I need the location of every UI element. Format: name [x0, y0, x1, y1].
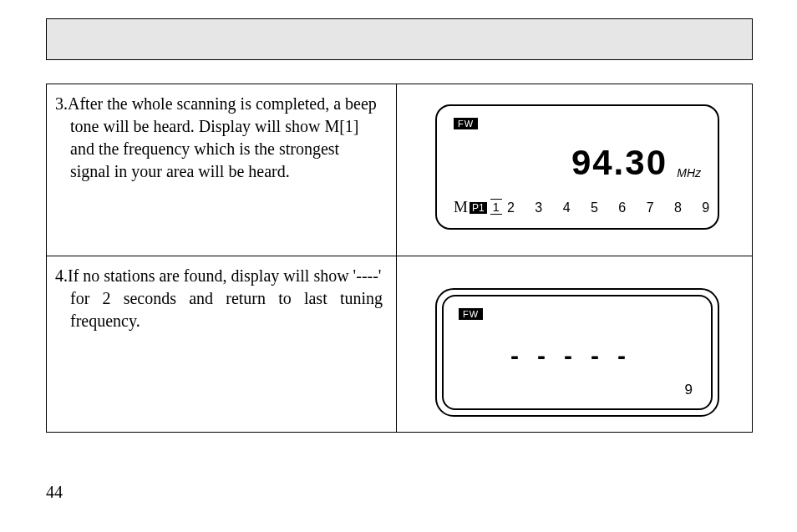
step-body: for 2 seconds and return to last tuning …: [55, 287, 383, 332]
lcd-display-1: FW 94.30 MHz MP112 3 4 5 6 7 8 9: [435, 104, 719, 230]
p1-badge: P1: [470, 202, 487, 214]
instruction-table: 3.After the whole scanning is completed,…: [46, 84, 753, 433]
step-body: tone will be heard. Display will show M[…: [55, 115, 383, 183]
frequency-readout: 94.30: [571, 143, 668, 183]
step-number: 3.: [55, 94, 68, 113]
corner-digit: 9: [685, 382, 693, 398]
no-signal-dashes: -----: [437, 342, 718, 370]
step-4-text-cell: 4.If no stations are found, display will…: [47, 256, 397, 432]
lcd-display-2: FW ----- 9: [435, 288, 719, 417]
table-row: 3.After the whole scanning is completed,…: [47, 84, 752, 256]
frequency-unit: MHz: [677, 166, 701, 180]
step-line: If no stations are found, display will s…: [68, 266, 381, 285]
header-gray-bar: [46, 18, 753, 60]
step-line: After the whole scanning is completed, a…: [68, 94, 377, 113]
step-4-figure-cell: FW ----- 9: [397, 256, 752, 432]
manual-page: 3.After the whole scanning is completed,…: [0, 0, 797, 532]
step-3-figure-cell: FW 94.30 MHz MP112 3 4 5 6 7 8 9: [397, 84, 752, 256]
step-text: 3.After the whole scanning is completed,…: [55, 93, 383, 183]
step-number: 4.: [55, 266, 68, 285]
memory-selected: 1: [490, 199, 502, 215]
step-3-text-cell: 3.After the whole scanning is completed,…: [47, 84, 397, 256]
memory-row: MP112 3 4 5 6 7 8 9: [454, 198, 718, 216]
memory-prefix: M: [454, 198, 468, 215]
page-number: 44: [46, 483, 63, 502]
fw-badge: FW: [459, 308, 483, 320]
step-text: 4.If no stations are found, display will…: [55, 265, 383, 332]
table-row: 4.If no stations are found, display will…: [47, 256, 752, 432]
memory-digits: 2 3 4 5 6 7 8 9: [507, 200, 718, 215]
fw-badge: FW: [454, 118, 478, 129]
